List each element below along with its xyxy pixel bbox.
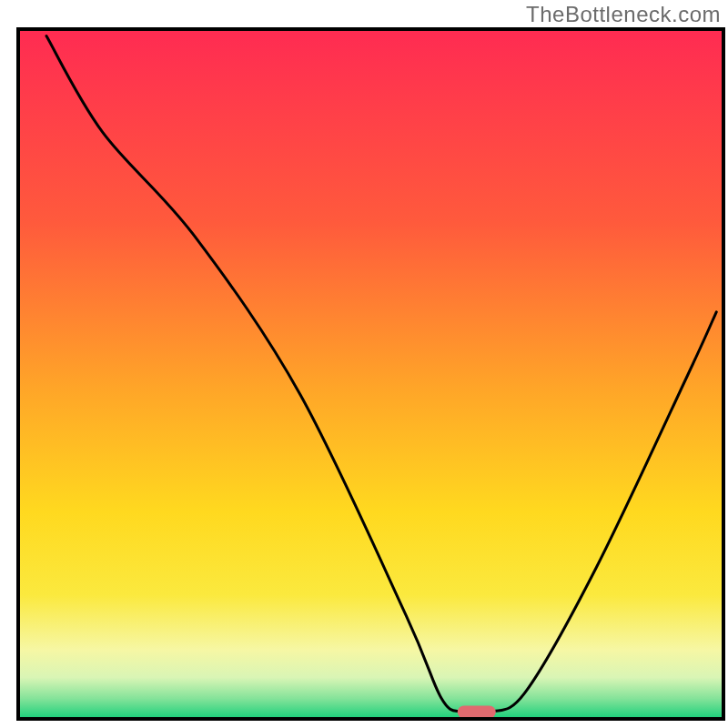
watermark-text: TheBottleneck.com xyxy=(526,2,721,27)
optimum-marker xyxy=(458,705,496,718)
chart-container: TheBottleneck.com xyxy=(0,0,728,728)
background-gradient xyxy=(18,29,723,719)
bottleneck-chart xyxy=(0,0,728,728)
